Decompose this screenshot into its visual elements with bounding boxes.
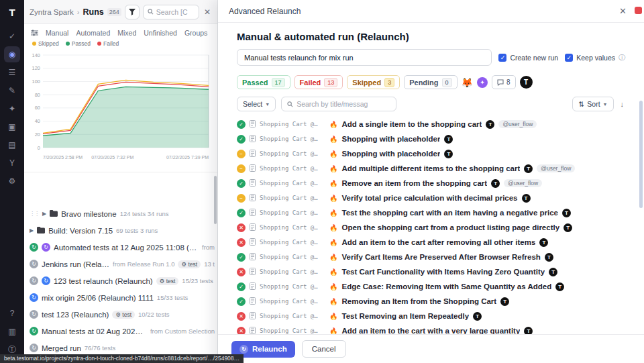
tree-row[interactable]: Jenkins run (Relaunch) from Release Run … — [24, 256, 217, 272]
test-doc-icon — [250, 280, 256, 293]
status-chip[interactable]: Pending 0 — [404, 75, 457, 89]
branches-icon[interactable]: Y — [4, 155, 20, 171]
assignee-avatar[interactable]: T — [520, 76, 533, 89]
test-title[interactable]: Verify total price calculation with deci… — [341, 194, 517, 202]
test-row[interactable]: Shopping Cart @… 🔥 Verify total price ca… — [237, 191, 625, 205]
runs-tab[interactable]: Groups — [184, 29, 207, 37]
test-search-input[interactable]: Search by title/messag — [281, 97, 396, 111]
select-dropdown[interactable]: Select ▼ — [237, 97, 276, 111]
test-row[interactable]: Shopping Cart @… 🔥 Add multiple differen… — [237, 161, 625, 176]
test-row[interactable]: Shopping Cart @… 🔥 Shopping with placeho… — [237, 132, 625, 146]
tree-row-label: test 123 (Relaunch) — [42, 311, 109, 319]
test-row[interactable]: Shopping Cart @… 🔥 Test Cart Functionali… — [237, 264, 625, 279]
runs-tab[interactable]: Manual — [46, 29, 68, 37]
panel-scrollbar[interactable] — [214, 176, 217, 224]
test-title[interactable]: Add a single item to the shopping cart — [341, 120, 482, 128]
breadcrumb-project[interactable]: Zyntra Spark — [30, 8, 74, 16]
status-chip[interactable]: Skipped 3 — [347, 75, 400, 89]
arrow-down-icon[interactable]: ↓ — [619, 100, 626, 108]
tree-row[interactable]: 123 test relaunch (Relaunch) ⚙ test 15/2… — [24, 272, 217, 289]
sliders-icon[interactable] — [31, 30, 38, 36]
test-title[interactable]: Open the shopping cart from a product li… — [341, 223, 559, 231]
emoji-filter-icon[interactable]: 🦊 — [462, 77, 473, 88]
tree-row[interactable]: mix origin 25/06 (Relaunch) 1111 15/33 t… — [24, 289, 217, 306]
run-name-input[interactable] — [237, 49, 492, 66]
test-doc-icon — [250, 221, 256, 234]
test-row[interactable]: Shopping Cart @… 🔥 Add an item to the ca… — [237, 235, 625, 250]
create-new-run-checkbox[interactable]: Create new run — [498, 54, 558, 62]
test-title[interactable]: Removing an Item from the Shopping Cart — [341, 297, 496, 305]
queries-icon[interactable]: ☰ — [4, 64, 20, 81]
drag-handle-icon[interactable]: ⋮⋮ — [30, 211, 39, 217]
test-title[interactable]: Test the shopping cart with an item havi… — [341, 209, 558, 217]
runs-tab[interactable]: Mixed — [117, 29, 136, 37]
tree-row[interactable]: ▶ Build: Version 7.15 69 tests 3 runs — [24, 222, 217, 239]
fire-emoji: 🔥 — [329, 136, 337, 143]
test-row[interactable]: Shopping Cart @… 🔥 Add a single item to … — [237, 117, 625, 132]
chevron-right-icon[interactable]: ▶ — [30, 227, 34, 234]
settings-icon[interactable]: ⚙ — [4, 173, 20, 189]
gallery-icon[interactable]: ▤ — [4, 137, 20, 153]
test-title[interactable]: Add multiple different items to the shop… — [341, 164, 520, 172]
test-title[interactable]: Test Removing an Item Repeatedly — [341, 312, 469, 320]
runs-tab[interactable]: Automated — [76, 29, 110, 37]
test-row[interactable]: Shopping Cart @… 🔥 Test Removing an Item… — [237, 309, 625, 323]
tree-row-counts: 15/33 tests — [157, 294, 188, 301]
test-title[interactable]: Verify Cart Items Are Preserved After Br… — [341, 253, 540, 261]
tree-row[interactable]: test 123 (Relaunch) ⚙ test 10/22 tests — [24, 306, 217, 323]
test-doc-icon — [250, 266, 256, 278]
test-row[interactable]: Shopping Cart @… 🔥 Test the shopping car… — [237, 205, 625, 220]
fire-emoji: 🔥 — [329, 195, 337, 202]
cancel-button[interactable]: Cancel — [302, 340, 346, 358]
relaunch-run-icon — [30, 310, 38, 319]
test-tag[interactable]: @user_flow — [498, 120, 537, 128]
test-title[interactable]: Shopping with placeholder — [341, 135, 440, 143]
close-icon[interactable]: ✕ — [616, 6, 633, 16]
tree-row[interactable]: ⋮⋮ ▶ Bravo milestone 124 tests 34 runs — [24, 205, 217, 222]
test-row[interactable]: Shopping Cart @… 🔥 Edge Case: Removing I… — [237, 279, 625, 294]
test-title[interactable]: Remove an item from the shopping cart — [341, 179, 487, 187]
runs-search-input[interactable]: Search [C — [143, 5, 199, 19]
test-tag[interactable]: @user_flow — [504, 179, 542, 187]
test-row[interactable]: Shopping Cart @… 🔥 Open the shopping car… — [237, 220, 625, 235]
close-icon[interactable]: ✕ — [203, 7, 212, 17]
runs-icon[interactable]: ◉ — [4, 46, 20, 62]
export-icon[interactable]: ▣ — [4, 119, 20, 135]
tree-row-meta: 69 tests 3 runs — [116, 227, 158, 234]
overlay-header: Advanced Relaunch ✕ — [218, 0, 644, 23]
test-title[interactable]: Add an item to the cart with a very larg… — [341, 327, 520, 334]
test-title[interactable]: Test Cart Functionality with Items Havin… — [341, 268, 545, 276]
svg-text:140: 140 — [32, 52, 40, 58]
tree-row[interactable]: Automated tests at 12 Aug 2025 11:08 (Re… — [24, 239, 217, 256]
checks-icon[interactable]: ✓ — [4, 28, 20, 44]
runs-panel-header: Zyntra Spark › Runs 264 Search [C ✕ — [24, 0, 217, 24]
library-icon[interactable]: ▥ — [4, 323, 20, 340]
test-tag[interactable]: @user_flow — [537, 164, 575, 172]
assignee-avatar: T — [562, 209, 571, 217]
test-row[interactable]: Shopping Cart @… 🔥 Add an item to the ca… — [237, 323, 625, 334]
runs-tab[interactable]: Unfinished — [144, 29, 177, 37]
test-row[interactable]: Shopping Cart @… 🔥 Remove an item from t… — [237, 176, 625, 191]
ai-filter-icon[interactable]: ✦ — [477, 77, 488, 88]
test-row[interactable]: Shopping Cart @… 🔥 Verify Cart Items Are… — [237, 250, 625, 264]
test-row[interactable]: Shopping Cart @… 🔥 Shopping with placeho… — [237, 146, 625, 161]
status-icon — [237, 223, 246, 232]
help-icon[interactable]: ? — [4, 305, 20, 321]
sort-button[interactable]: ⇅ Sort ▼ — [572, 97, 613, 111]
filter-button[interactable] — [125, 5, 140, 19]
pulse-icon[interactable]: ✦ — [4, 101, 20, 117]
status-chip[interactable]: Passed 17 — [237, 75, 290, 89]
overlay-scrollbar[interactable] — [639, 101, 643, 208]
compose-icon[interactable]: ✎ — [4, 83, 20, 99]
status-chip-count: 3 — [384, 78, 394, 87]
tree-row[interactable]: Manual tests at 02 Aug 2025 13:38 from C… — [24, 323, 217, 340]
comments-filter-chip[interactable]: 8 — [492, 75, 516, 89]
test-row[interactable]: Shopping Cart @… 🔥 Removing an Item from… — [237, 294, 625, 309]
keep-values-checkbox[interactable]: Keep values ⓘ — [565, 53, 625, 62]
test-title[interactable]: Edge Case: Removing Item with Same Quant… — [341, 282, 551, 291]
test-title[interactable]: Add an item to the cart after removing a… — [341, 238, 535, 246]
chevron-right-icon[interactable]: ▶ — [42, 211, 46, 217]
status-chip[interactable]: Failed 13 — [294, 75, 343, 89]
test-title[interactable]: Shopping with placeholder — [341, 150, 440, 158]
status-icon — [237, 312, 246, 321]
